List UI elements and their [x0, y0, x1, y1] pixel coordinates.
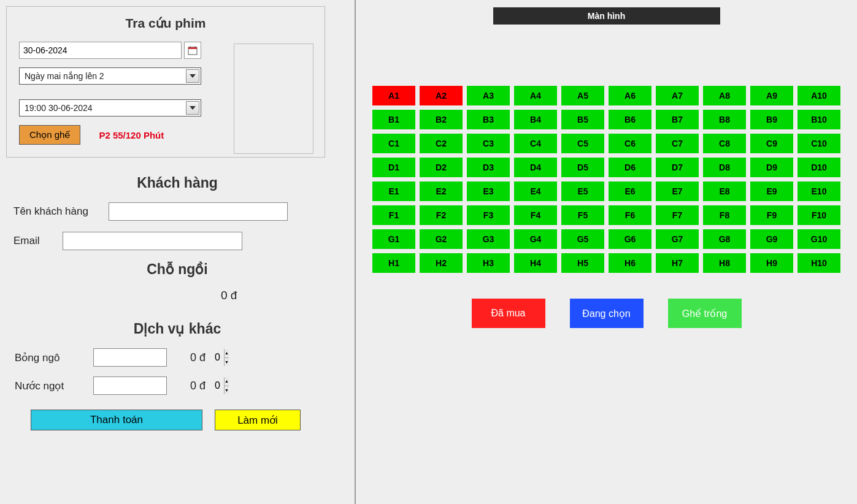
- seat-C10[interactable]: C10: [797, 134, 840, 153]
- seat-E1[interactable]: E1: [372, 181, 415, 201]
- seat-A6[interactable]: A6: [609, 86, 651, 105]
- seat-G8[interactable]: G8: [703, 229, 746, 249]
- seat-E4[interactable]: E4: [514, 181, 557, 201]
- seat-E6[interactable]: E6: [609, 181, 651, 201]
- seat-A5[interactable]: A5: [561, 86, 604, 105]
- seat-D6[interactable]: D6: [609, 158, 651, 177]
- chevron-down-icon: [186, 69, 199, 83]
- seat-A10[interactable]: A10: [797, 86, 840, 105]
- seat-G7[interactable]: G7: [656, 229, 699, 249]
- seat-B1[interactable]: B1: [372, 110, 415, 129]
- movie-select[interactable]: Ngày mai nắng lên 2: [19, 67, 201, 85]
- seat-D7[interactable]: D7: [656, 158, 699, 177]
- seat-D5[interactable]: D5: [561, 158, 604, 177]
- drink-qty-up[interactable]: ▲: [225, 377, 229, 386]
- seat-B3[interactable]: B3: [467, 110, 510, 129]
- popcorn-qty-down[interactable]: ▼: [225, 358, 229, 367]
- seat-F10[interactable]: F10: [797, 205, 840, 225]
- seat-H8[interactable]: H8: [703, 253, 746, 273]
- seat-C2[interactable]: C2: [420, 134, 463, 153]
- seat-C4[interactable]: C4: [514, 134, 557, 153]
- seat-H4[interactable]: H4: [514, 253, 557, 273]
- reset-button[interactable]: Làm mới: [215, 410, 301, 430]
- seat-E2[interactable]: E2: [420, 181, 463, 201]
- seat-C7[interactable]: C7: [656, 134, 699, 153]
- seat-H1[interactable]: H1: [372, 253, 415, 273]
- seat-B5[interactable]: B5: [561, 110, 604, 129]
- choose-seat-button[interactable]: Chọn ghế: [19, 125, 80, 145]
- seat-A9[interactable]: A9: [750, 86, 793, 105]
- seat-F9[interactable]: F9: [750, 205, 793, 225]
- seat-H7[interactable]: H7: [656, 253, 699, 273]
- seat-H2[interactable]: H2: [420, 253, 463, 273]
- calendar-icon[interactable]: [184, 42, 201, 59]
- seat-D10[interactable]: D10: [797, 158, 840, 177]
- seat-H10[interactable]: H10: [797, 253, 840, 273]
- seat-D4[interactable]: D4: [514, 158, 557, 177]
- movie-poster: [234, 44, 313, 154]
- seat-F6[interactable]: F6: [609, 205, 651, 225]
- seat-B8[interactable]: B8: [703, 110, 746, 129]
- seat-A3[interactable]: A3: [467, 86, 510, 105]
- popcorn-qty-up[interactable]: ▲: [225, 349, 229, 358]
- seat-B9[interactable]: B9: [750, 110, 793, 129]
- pay-button[interactable]: Thanh toán: [31, 410, 202, 430]
- seat-E10[interactable]: E10: [797, 181, 840, 201]
- seat-C1[interactable]: C1: [372, 134, 415, 153]
- seat-H9[interactable]: H9: [750, 253, 793, 273]
- seat-F3[interactable]: F3: [467, 205, 510, 225]
- seat-G5[interactable]: G5: [561, 229, 604, 249]
- seat-F7[interactable]: F7: [656, 205, 699, 225]
- seat-C3[interactable]: C3: [467, 134, 510, 153]
- seat-B2[interactable]: B2: [420, 110, 463, 129]
- popcorn-quantity-stepper[interactable]: ▲ ▼: [93, 348, 167, 367]
- seat-A7[interactable]: A7: [656, 86, 699, 105]
- seat-D8[interactable]: D8: [703, 158, 746, 177]
- seat-F8[interactable]: F8: [703, 205, 746, 225]
- seat-B10[interactable]: B10: [797, 110, 840, 129]
- seat-H3[interactable]: H3: [467, 253, 510, 273]
- seat-G2[interactable]: G2: [420, 229, 463, 249]
- seat-C6[interactable]: C6: [609, 134, 651, 153]
- seat-G6[interactable]: G6: [609, 229, 651, 249]
- seat-G10[interactable]: G10: [797, 229, 840, 249]
- seat-E8[interactable]: E8: [703, 181, 746, 201]
- seating-section-title: Chỗ ngồi: [6, 261, 348, 278]
- chevron-down-icon: [186, 101, 199, 115]
- seat-G1[interactable]: G1: [372, 229, 415, 249]
- seat-C8[interactable]: C8: [703, 134, 746, 153]
- drink-qty-down[interactable]: ▼: [225, 386, 229, 395]
- seat-F5[interactable]: F5: [561, 205, 604, 225]
- seat-H6[interactable]: H6: [609, 253, 651, 273]
- date-input[interactable]: [19, 42, 182, 59]
- seat-E7[interactable]: E7: [656, 181, 699, 201]
- customer-name-input[interactable]: [109, 202, 288, 221]
- seat-H5[interactable]: H5: [561, 253, 604, 273]
- seat-G9[interactable]: G9: [750, 229, 793, 249]
- seat-A1[interactable]: A1: [372, 86, 415, 105]
- seat-E9[interactable]: E9: [750, 181, 793, 201]
- seat-D3[interactable]: D3: [467, 158, 510, 177]
- seat-D9[interactable]: D9: [750, 158, 793, 177]
- seat-F2[interactable]: F2: [420, 205, 463, 225]
- seat-C5[interactable]: C5: [561, 134, 604, 153]
- drink-quantity-stepper[interactable]: ▲ ▼: [93, 376, 167, 395]
- seat-G3[interactable]: G3: [467, 229, 510, 249]
- seat-D1[interactable]: D1: [372, 158, 415, 177]
- seat-F4[interactable]: F4: [514, 205, 557, 225]
- seat-C9[interactable]: C9: [750, 134, 793, 153]
- seat-A8[interactable]: A8: [703, 86, 746, 105]
- seat-B4[interactable]: B4: [514, 110, 557, 129]
- seat-F1[interactable]: F1: [372, 205, 415, 225]
- seat-E3[interactable]: E3: [467, 181, 510, 201]
- seat-A2[interactable]: A2: [420, 86, 463, 105]
- seat-G4[interactable]: G4: [514, 229, 557, 249]
- seat-D2[interactable]: D2: [420, 158, 463, 177]
- customer-email-label: Email: [13, 235, 63, 247]
- seat-E5[interactable]: E5: [561, 181, 604, 201]
- showtime-select[interactable]: 19:00 30-06-2024: [19, 99, 201, 116]
- seat-A4[interactable]: A4: [514, 86, 557, 105]
- customer-email-input[interactable]: [63, 232, 242, 250]
- seat-B6[interactable]: B6: [609, 110, 651, 129]
- seat-B7[interactable]: B7: [656, 110, 699, 129]
